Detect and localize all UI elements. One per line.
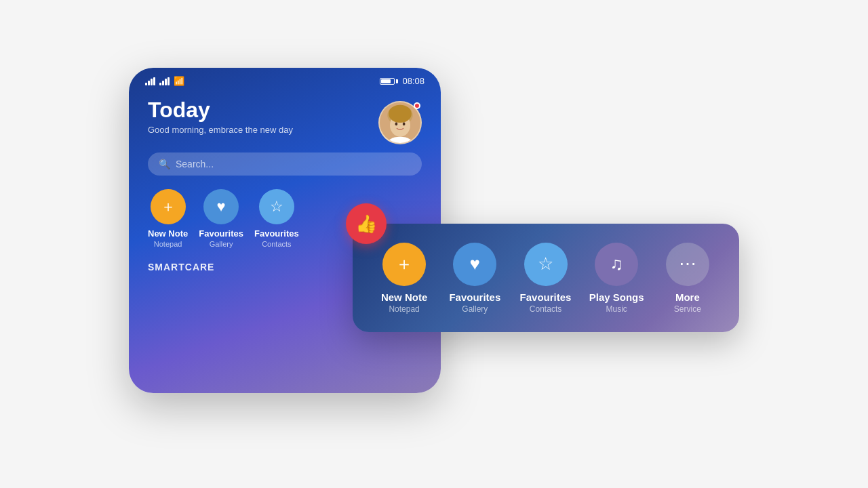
greeting-section: Today Good morning, embrace the new day xyxy=(148,98,293,135)
card-fav-gallery-label: Favourites xyxy=(449,291,500,303)
card-action-new-note[interactable]: ＋ New Note Notepad xyxy=(377,243,431,314)
avatar-container xyxy=(378,101,422,144)
clock: 08:08 xyxy=(402,76,425,86)
card-fav-contacts-label: Favourites xyxy=(520,291,572,303)
svg-point-5 xyxy=(395,123,398,126)
quick-action-favourites-gallery[interactable]: ♥ Favourites Gallery xyxy=(199,189,243,248)
signal-icon-1 xyxy=(145,77,155,85)
card-play-songs-icon: ♫ xyxy=(595,243,638,286)
favourites-gallery-icon: ♥ xyxy=(203,189,239,224)
card-fav-contacts-icon: ☆ xyxy=(524,243,568,286)
favourites-gallery-label: Favourites xyxy=(199,228,243,239)
status-right: 08:08 xyxy=(380,76,425,86)
card-new-note-icon: ＋ xyxy=(382,243,426,286)
svg-point-3 xyxy=(389,105,412,123)
new-note-label: New Note xyxy=(148,228,188,239)
card-fav-gallery-icon: ♥ xyxy=(453,243,496,286)
scene: 📶 08:08 Today Good morning, embrace the … xyxy=(129,68,739,420)
quick-action-new-note[interactable]: ＋ New Note Notepad xyxy=(148,189,188,248)
quick-action-favourites-contacts[interactable]: ☆ Favourites Contacts xyxy=(254,189,299,248)
card-action-more[interactable]: ⋯ More Service xyxy=(660,243,715,314)
card-new-note-sublabel: Notepad xyxy=(389,304,419,314)
card-fav-gallery-sublabel: Gallery xyxy=(462,304,488,314)
card-more-sublabel: Service xyxy=(674,304,701,314)
phone-header: Today Good morning, embrace the new day xyxy=(148,98,422,144)
wifi-icon: 📶 xyxy=(174,76,184,86)
search-bar[interactable]: 🔍 Search... xyxy=(148,152,422,176)
battery-icon xyxy=(380,78,398,85)
fab-thumbsup-button[interactable]: 👍 xyxy=(346,203,387,244)
favourites-gallery-sublabel: Gallery xyxy=(210,240,233,248)
greeting-subtitle: Good morning, embrace the new day xyxy=(148,125,293,135)
svg-point-6 xyxy=(403,123,406,126)
card-more-icon: ⋯ xyxy=(666,243,709,286)
card-play-songs-label: Play Songs xyxy=(589,291,644,303)
card-fav-contacts-sublabel: Contacts xyxy=(530,304,561,314)
card-action-play-songs[interactable]: ♫ Play Songs Music xyxy=(589,243,644,314)
action-card: ＋ New Note Notepad ♥ Favourites Gallery … xyxy=(353,224,739,332)
notification-dot xyxy=(414,102,420,109)
signal-icon-2 xyxy=(159,77,170,85)
favourites-contacts-sublabel: Contacts xyxy=(262,240,291,248)
card-more-label: More xyxy=(675,291,700,303)
new-note-icon: ＋ xyxy=(151,189,186,224)
status-bar: 📶 08:08 xyxy=(129,68,441,92)
new-note-sublabel: Notepad xyxy=(154,240,182,248)
status-left: 📶 xyxy=(145,76,184,86)
card-play-songs-sublabel: Music xyxy=(606,304,627,314)
favourites-contacts-icon: ☆ xyxy=(259,189,294,224)
page-title: Today xyxy=(148,98,293,122)
card-new-note-label: New Note xyxy=(381,291,427,303)
search-icon: 🔍 xyxy=(159,159,170,169)
card-action-favourites-contacts[interactable]: ☆ Favourites Contacts xyxy=(519,243,573,314)
favourites-contacts-label: Favourites xyxy=(254,228,299,239)
card-action-favourites-gallery[interactable]: ♥ Favourites Gallery xyxy=(448,243,502,314)
search-placeholder: Search... xyxy=(176,159,214,169)
